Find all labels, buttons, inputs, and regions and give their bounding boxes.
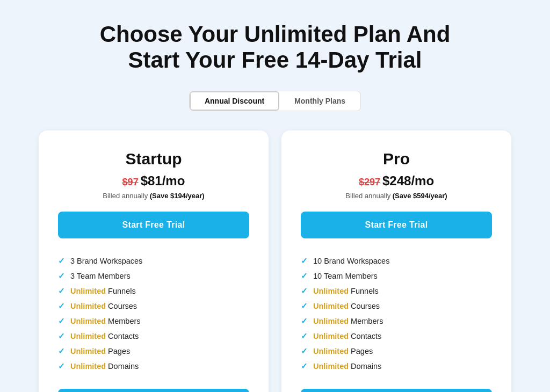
checkmark-icon: ✓	[301, 271, 308, 281]
page-title: Choose Your Unlimited Plan And Start You…	[100, 21, 451, 74]
checkmark-icon: ✓	[58, 316, 65, 326]
feature-text: Unlimited Pages	[70, 347, 130, 355]
feature-text: 3 Brand Workspaces	[70, 257, 142, 265]
price-billing-startup: Billed annually (Save $194/year)	[58, 192, 249, 200]
list-item: ✓Unlimited Contacts	[301, 329, 492, 344]
checkmark-icon: ✓	[58, 256, 65, 266]
list-item: ✓Unlimited Pages	[301, 344, 492, 359]
checkmark-icon: ✓	[58, 361, 65, 371]
feature-text: Unlimited Contacts	[70, 332, 139, 340]
feature-text: 10 Brand Workspaces	[313, 257, 389, 265]
list-item: ✓Unlimited Funnels	[301, 284, 492, 299]
feature-text: Unlimited Courses	[70, 302, 137, 310]
plan-pricing-startup: $97$81/mo	[58, 173, 249, 188]
cta-bottom-button-startup[interactable]: Start Free Trial	[58, 389, 249, 392]
plan-card-startup: Startup$97$81/moBilled annually (Save $1…	[39, 130, 269, 392]
checkmark-icon: ✓	[58, 271, 65, 281]
checkmark-icon: ✓	[58, 301, 65, 311]
cta-top-button-pro[interactable]: Start Free Trial	[301, 212, 492, 238]
list-item: ✓Unlimited Contacts	[58, 329, 249, 344]
price-original-pro: $297	[359, 177, 380, 187]
price-billing-pro: Billed annually (Save $594/year)	[301, 192, 492, 200]
checkmark-icon: ✓	[301, 346, 308, 356]
list-item: ✓Unlimited Members	[301, 314, 492, 329]
price-current-startup: $81/mo	[141, 173, 185, 188]
feature-text: Unlimited Domains	[313, 362, 381, 371]
list-item: ✓Unlimited Domains	[58, 359, 249, 374]
checkmark-icon: ✓	[58, 346, 65, 356]
list-item: ✓Unlimited Courses	[58, 299, 249, 314]
checkmark-icon: ✓	[58, 286, 65, 296]
feature-text: 3 Team Members	[70, 272, 131, 280]
annual-discount-tab[interactable]: Annual Discount	[190, 91, 279, 111]
feature-text: Unlimited Members	[70, 317, 141, 325]
cta-bottom-button-pro[interactable]: Start Free Trial	[301, 389, 492, 392]
features-list-startup: ✓3 Brand Workspaces✓3 Team Members✓Unlim…	[58, 253, 249, 374]
features-list-pro: ✓10 Brand Workspaces✓10 Team Members✓Unl…	[301, 253, 492, 374]
plan-card-pro: Pro$297$248/moBilled annually (Save $594…	[281, 130, 511, 392]
cta-top-button-startup[interactable]: Start Free Trial	[58, 212, 249, 238]
plan-name-startup: Startup	[58, 150, 249, 168]
checkmark-icon: ✓	[58, 331, 65, 341]
feature-text: Unlimited Contacts	[313, 332, 381, 340]
checkmark-icon: ✓	[301, 316, 308, 326]
price-original-startup: $97	[122, 177, 139, 187]
list-item: ✓Unlimited Domains	[301, 359, 492, 374]
list-item: ✓Unlimited Funnels	[58, 284, 249, 299]
list-item: ✓Unlimited Courses	[301, 299, 492, 314]
monthly-plans-tab[interactable]: Monthly Plans	[279, 91, 360, 111]
plans-container: Startup$97$81/moBilled annually (Save $1…	[39, 130, 511, 392]
checkmark-icon: ✓	[301, 301, 308, 311]
checkmark-icon: ✓	[301, 286, 308, 296]
price-current-pro: $248/mo	[382, 173, 434, 188]
checkmark-icon: ✓	[301, 361, 308, 371]
list-item: ✓10 Team Members	[301, 268, 492, 284]
checkmark-icon: ✓	[301, 256, 308, 266]
list-item: ✓3 Brand Workspaces	[58, 253, 249, 268]
feature-text: Unlimited Funnels	[70, 287, 136, 295]
billing-toggle: Annual Discount Monthly Plans	[189, 91, 361, 111]
list-item: ✓10 Brand Workspaces	[301, 253, 492, 268]
list-item: ✓Unlimited Pages	[58, 344, 249, 359]
feature-text: Unlimited Domains	[70, 362, 139, 371]
plan-name-pro: Pro	[301, 150, 492, 168]
feature-text: Unlimited Courses	[313, 302, 380, 310]
list-item: ✓Unlimited Members	[58, 314, 249, 329]
feature-text: Unlimited Members	[313, 317, 383, 325]
plan-pricing-pro: $297$248/mo	[301, 173, 492, 188]
feature-text: Unlimited Pages	[313, 347, 373, 355]
checkmark-icon: ✓	[301, 331, 308, 341]
list-item: ✓3 Team Members	[58, 268, 249, 284]
feature-text: 10 Team Members	[313, 272, 378, 280]
feature-text: Unlimited Funnels	[313, 287, 379, 295]
